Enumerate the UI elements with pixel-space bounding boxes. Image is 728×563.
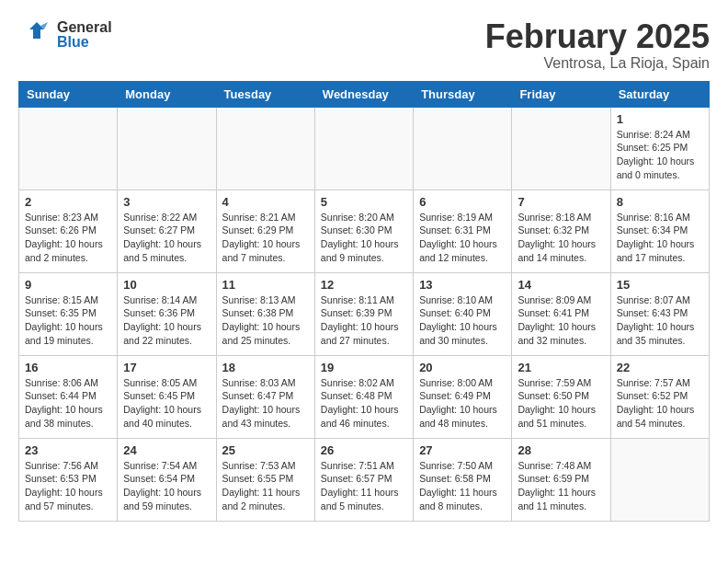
calendar-cell: 9Sunrise: 8:15 AMSunset: 6:35 PMDaylight… — [19, 272, 118, 355]
title-area: February 2025 Ventrosa, La Rioja, Spain — [485, 18, 710, 72]
calendar-cell — [118, 107, 216, 190]
day-info: Sunrise: 8:18 AMSunset: 6:32 PMDaylight:… — [518, 211, 604, 265]
weekday-header-sunday: Sunday — [19, 81, 118, 107]
day-number: 3 — [123, 195, 210, 209]
day-info: Sunrise: 7:50 AMSunset: 6:58 PMDaylight:… — [419, 459, 506, 513]
calendar-cell — [610, 438, 709, 521]
day-info: Sunrise: 7:48 AMSunset: 6:59 PMDaylight:… — [518, 459, 604, 513]
day-info: Sunrise: 8:15 AMSunset: 6:35 PMDaylight:… — [25, 293, 111, 348]
svg-marker-0 — [29, 22, 44, 39]
day-info: Sunrise: 8:22 AMSunset: 6:27 PMDaylight:… — [123, 211, 210, 265]
calendar-cell: 4Sunrise: 8:21 AMSunset: 6:29 PMDaylight… — [216, 190, 314, 272]
location-title: Ventrosa, La Rioja, Spain — [485, 55, 710, 72]
day-number: 20 — [419, 361, 506, 374]
weekday-header-wednesday: Wednesday — [314, 81, 413, 107]
day-info: Sunrise: 8:21 AMSunset: 6:29 PMDaylight:… — [222, 211, 309, 265]
day-number: 17 — [123, 361, 210, 374]
day-number: 5 — [321, 195, 407, 209]
calendar-cell: 24Sunrise: 7:54 AMSunset: 6:54 PMDayligh… — [118, 438, 216, 521]
day-info: Sunrise: 8:16 AMSunset: 6:34 PMDaylight:… — [617, 211, 703, 265]
day-number: 21 — [518, 361, 604, 374]
day-number: 11 — [222, 278, 309, 292]
month-title: February 2025 — [485, 18, 710, 55]
calendar-cell: 23Sunrise: 7:56 AMSunset: 6:53 PMDayligh… — [19, 438, 118, 521]
weekday-header-saturday: Saturday — [610, 81, 709, 107]
calendar-cell: 3Sunrise: 8:22 AMSunset: 6:27 PMDaylight… — [118, 190, 216, 272]
day-info: Sunrise: 8:00 AMSunset: 6:49 PMDaylight:… — [419, 376, 506, 431]
calendar-cell: 22Sunrise: 7:57 AMSunset: 6:52 PMDayligh… — [610, 355, 709, 438]
weekday-header-thursday: Thursday — [414, 81, 512, 107]
calendar-cell: 11Sunrise: 8:13 AMSunset: 6:38 PMDayligh… — [216, 272, 314, 355]
calendar-cell: 25Sunrise: 7:53 AMSunset: 6:55 PMDayligh… — [216, 438, 314, 521]
calendar-cell: 14Sunrise: 8:09 AMSunset: 6:41 PMDayligh… — [512, 272, 610, 355]
day-number: 13 — [419, 278, 506, 292]
day-number: 10 — [123, 278, 210, 292]
logo-bird-icon — [18, 18, 51, 52]
day-number: 15 — [617, 278, 703, 292]
weekday-header-tuesday: Tuesday — [216, 81, 314, 107]
week-row-3: 9Sunrise: 8:15 AMSunset: 6:35 PMDaylight… — [19, 272, 710, 355]
day-number: 4 — [222, 195, 309, 209]
calendar-cell — [216, 107, 314, 190]
day-number: 23 — [25, 443, 111, 457]
calendar-cell: 7Sunrise: 8:18 AMSunset: 6:32 PMDaylight… — [512, 190, 610, 272]
day-info: Sunrise: 8:20 AMSunset: 6:30 PMDaylight:… — [321, 211, 407, 265]
calendar-cell: 2Sunrise: 8:23 AMSunset: 6:26 PMDaylight… — [19, 190, 118, 272]
day-number: 28 — [518, 443, 604, 457]
day-number: 16 — [25, 361, 111, 374]
calendar-cell: 20Sunrise: 8:00 AMSunset: 6:49 PMDayligh… — [414, 355, 512, 438]
calendar-cell: 13Sunrise: 8:10 AMSunset: 6:40 PMDayligh… — [414, 272, 512, 355]
weekday-header-friday: Friday — [512, 81, 610, 107]
day-info: Sunrise: 7:57 AMSunset: 6:52 PMDaylight:… — [617, 376, 703, 431]
calendar-cell: 6Sunrise: 8:19 AMSunset: 6:31 PMDaylight… — [414, 190, 512, 272]
calendar-table: SundayMondayTuesdayWednesdayThursdayFrid… — [18, 81, 710, 522]
week-row-2: 2Sunrise: 8:23 AMSunset: 6:26 PMDaylight… — [19, 190, 710, 272]
calendar-cell — [414, 107, 512, 190]
day-info: Sunrise: 8:10 AMSunset: 6:40 PMDaylight:… — [419, 293, 506, 348]
day-info: Sunrise: 7:59 AMSunset: 6:50 PMDaylight:… — [518, 376, 604, 431]
calendar-cell: 12Sunrise: 8:11 AMSunset: 6:39 PMDayligh… — [314, 272, 413, 355]
calendar-cell — [512, 107, 610, 190]
day-info: Sunrise: 8:24 AMSunset: 6:25 PMDaylight:… — [617, 128, 703, 182]
logo-blue: Blue — [57, 34, 89, 50]
day-number: 18 — [222, 361, 309, 374]
day-number: 24 — [123, 443, 210, 457]
day-info: Sunrise: 8:19 AMSunset: 6:31 PMDaylight:… — [419, 211, 506, 265]
calendar-cell: 1Sunrise: 8:24 AMSunset: 6:25 PMDaylight… — [610, 107, 709, 190]
day-info: Sunrise: 8:09 AMSunset: 6:41 PMDaylight:… — [518, 293, 604, 348]
day-info: Sunrise: 8:11 AMSunset: 6:39 PMDaylight:… — [321, 293, 407, 348]
week-row-1: 1Sunrise: 8:24 AMSunset: 6:25 PMDaylight… — [19, 107, 710, 190]
day-number: 25 — [222, 443, 309, 457]
day-info: Sunrise: 8:02 AMSunset: 6:48 PMDaylight:… — [321, 376, 407, 431]
day-number: 27 — [419, 443, 506, 457]
day-number: 7 — [518, 195, 604, 209]
calendar-cell — [19, 107, 118, 190]
calendar-cell: 15Sunrise: 8:07 AMSunset: 6:43 PMDayligh… — [610, 272, 709, 355]
day-number: 2 — [25, 195, 111, 209]
day-number: 19 — [321, 361, 407, 374]
day-info: Sunrise: 7:53 AMSunset: 6:55 PMDaylight:… — [222, 459, 309, 513]
calendar-cell: 8Sunrise: 8:16 AMSunset: 6:34 PMDaylight… — [610, 190, 709, 272]
calendar-cell: 19Sunrise: 8:02 AMSunset: 6:48 PMDayligh… — [314, 355, 413, 438]
week-row-5: 23Sunrise: 7:56 AMSunset: 6:53 PMDayligh… — [19, 438, 710, 521]
day-number: 9 — [25, 278, 111, 292]
calendar-cell: 10Sunrise: 8:14 AMSunset: 6:36 PMDayligh… — [118, 272, 216, 355]
calendar-cell: 21Sunrise: 7:59 AMSunset: 6:50 PMDayligh… — [512, 355, 610, 438]
day-number: 26 — [321, 443, 407, 457]
calendar-cell: 16Sunrise: 8:06 AMSunset: 6:44 PMDayligh… — [19, 355, 118, 438]
day-info: Sunrise: 8:23 AMSunset: 6:26 PMDaylight:… — [25, 211, 111, 265]
calendar-cell: 17Sunrise: 8:05 AMSunset: 6:45 PMDayligh… — [118, 355, 216, 438]
day-info: Sunrise: 8:14 AMSunset: 6:36 PMDaylight:… — [123, 293, 210, 348]
page-header: General Blue February 2025 Ventrosa, La … — [18, 18, 710, 72]
day-info: Sunrise: 8:06 AMSunset: 6:44 PMDaylight:… — [25, 376, 111, 431]
day-number: 12 — [321, 278, 407, 292]
calendar-cell: 5Sunrise: 8:20 AMSunset: 6:30 PMDaylight… — [314, 190, 413, 272]
calendar-cell — [314, 107, 413, 190]
week-row-4: 16Sunrise: 8:06 AMSunset: 6:44 PMDayligh… — [19, 355, 710, 438]
day-info: Sunrise: 8:13 AMSunset: 6:38 PMDaylight:… — [222, 293, 309, 348]
day-number: 1 — [617, 112, 703, 126]
calendar-cell: 28Sunrise: 7:48 AMSunset: 6:59 PMDayligh… — [512, 438, 610, 521]
weekday-header-monday: Monday — [118, 81, 216, 107]
day-info: Sunrise: 8:05 AMSunset: 6:45 PMDaylight:… — [123, 376, 210, 431]
calendar-cell: 27Sunrise: 7:50 AMSunset: 6:58 PMDayligh… — [414, 438, 512, 521]
